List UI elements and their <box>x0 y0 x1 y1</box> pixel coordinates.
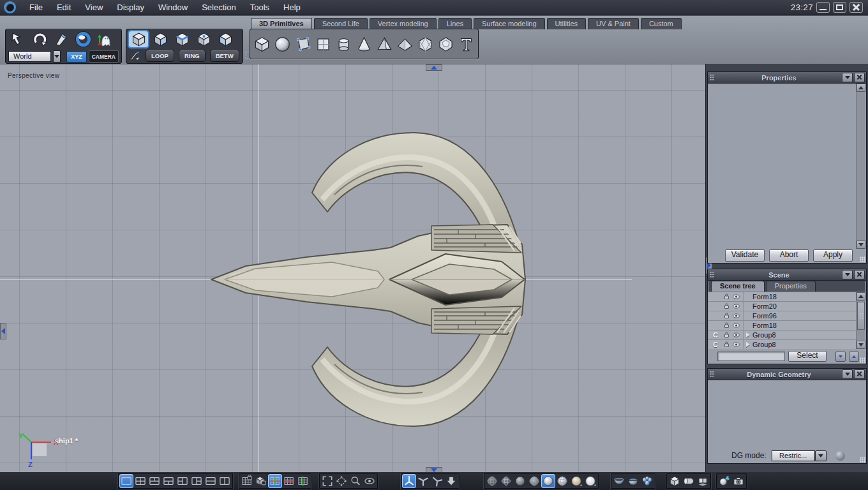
top-view-icon[interactable] <box>444 474 458 488</box>
layout-split-vertical-icon[interactable] <box>218 474 232 488</box>
panel-grip-icon[interactable] <box>710 371 714 378</box>
minimize-icon[interactable] <box>816 2 830 13</box>
lock-icon[interactable] <box>722 302 731 310</box>
apply-button[interactable]: Apply <box>813 249 853 262</box>
camera-icon[interactable] <box>731 474 745 488</box>
arrow-select-tool-icon[interactable] <box>7 30 29 48</box>
panel-grip-icon[interactable] <box>710 271 714 278</box>
scroll-up-icon[interactable] <box>857 292 865 301</box>
collapse-top-icon[interactable] <box>426 64 442 71</box>
layout-two-right-icon[interactable] <box>190 474 204 488</box>
validate-button[interactable]: Validate <box>725 249 765 262</box>
ghost-mode-tool-icon[interactable] <box>94 30 116 48</box>
scene-tree-item[interactable]: Form18 <box>708 292 857 302</box>
zoom-view-icon[interactable] <box>348 474 363 488</box>
menu-display[interactable]: Display <box>110 3 151 12</box>
textured-shading-icon[interactable] <box>583 474 597 488</box>
scroll-down-icon[interactable] <box>857 341 865 349</box>
open-surface-icon[interactable] <box>612 474 626 488</box>
lock-icon[interactable] <box>722 293 731 301</box>
betw-button[interactable]: BETW <box>210 50 239 62</box>
select-face-mode-icon[interactable] <box>149 30 171 48</box>
tab-lines[interactable]: Lines <box>438 18 472 29</box>
expand-caret-icon[interactable] <box>746 342 750 347</box>
pan-view-icon[interactable] <box>334 474 348 488</box>
lock-icon[interactable] <box>722 341 731 348</box>
grid-lock-icon[interactable] <box>240 474 254 488</box>
ship-model[interactable] <box>0 64 705 472</box>
axis-x-view-icon[interactable] <box>416 474 430 488</box>
world-selector[interactable]: World <box>8 51 51 62</box>
flat-shading-icon[interactable] <box>513 474 527 488</box>
collapse-bottom-icon[interactable] <box>426 467 442 472</box>
maximize-icon[interactable] <box>833 2 846 13</box>
ring-button[interactable]: RING <box>179 50 206 62</box>
panel-grip-icon[interactable] <box>710 74 714 81</box>
menu-view[interactable]: View <box>78 3 110 12</box>
grid-x-axis-icon[interactable] <box>282 474 296 488</box>
paint-select-icon[interactable] <box>130 49 141 62</box>
text-primitive-icon[interactable] <box>456 31 476 57</box>
eye-icon[interactable] <box>732 322 741 329</box>
panel-resize-grip[interactable] <box>860 256 865 262</box>
select-edge-mode-icon[interactable] <box>171 30 193 48</box>
properties-scrollbar[interactable] <box>856 84 865 249</box>
menu-selection[interactable]: Selection <box>195 3 243 12</box>
eye-icon[interactable] <box>732 341 741 348</box>
dg-sphere-icon[interactable] <box>835 451 845 461</box>
axis-z-view-icon[interactable] <box>430 474 444 488</box>
panel-collapse-icon[interactable] <box>842 369 853 379</box>
wireframe-shading-icon[interactable] <box>485 474 499 488</box>
scroll-up-icon[interactable] <box>857 84 865 92</box>
orbit-view-icon[interactable] <box>363 474 377 488</box>
axis-y-view-icon[interactable] <box>402 474 416 488</box>
dynamic-geometry-panel-header[interactable]: Dynamic Geometry <box>708 369 866 380</box>
tab-custom[interactable]: Custom <box>641 18 682 29</box>
menu-window[interactable]: Window <box>151 3 195 12</box>
instances-display-icon[interactable] <box>696 474 710 488</box>
tab-surface-modeling[interactable]: Surface modeling <box>474 18 545 29</box>
dodecahedron-primitive-icon[interactable] <box>435 31 456 57</box>
eye-icon[interactable] <box>732 331 741 339</box>
layout-two-left-icon[interactable] <box>176 474 190 488</box>
scene-scrollbar[interactable] <box>856 292 865 349</box>
closed-surface-icon[interactable] <box>626 474 640 488</box>
flat-wire-shading-icon[interactable] <box>527 474 541 488</box>
hidden-line-shading-icon[interactable] <box>499 474 513 488</box>
loop-button[interactable]: LOOP <box>146 50 174 62</box>
sphere-primitive-icon[interactable] <box>272 31 292 57</box>
select-button[interactable]: Select <box>788 351 827 362</box>
tab-utilities[interactable]: Utilities <box>547 18 586 29</box>
smooth-shading-icon[interactable] <box>541 474 555 488</box>
scene-tree-item[interactable]: CGroup8 <box>708 340 857 349</box>
layout-two-top-icon[interactable] <box>147 474 161 488</box>
tab-3d-primitives[interactable]: 3D Primitives <box>251 18 312 29</box>
expand-caret-icon[interactable] <box>746 332 750 338</box>
grid-y-axis-icon[interactable] <box>296 474 310 488</box>
move-up-icon[interactable] <box>849 352 859 362</box>
blade-select-tool-icon[interactable] <box>50 30 72 48</box>
layout-two-bottom-icon[interactable] <box>161 474 176 488</box>
menu-tools[interactable]: Tools <box>243 3 276 12</box>
lock-icon[interactable] <box>722 331 731 339</box>
panel-close-icon[interactable] <box>854 369 865 379</box>
lock-icon[interactable] <box>722 312 731 320</box>
panel-resize-grip[interactable] <box>860 357 865 363</box>
icosahedron-primitive-icon[interactable] <box>415 31 435 57</box>
scroll-down-icon[interactable] <box>857 241 865 249</box>
dg-mode-select[interactable]: Restric... <box>772 450 815 461</box>
tab-scene-properties[interactable]: Properties <box>766 281 816 292</box>
fit-view-icon[interactable] <box>320 474 334 488</box>
move-down-icon[interactable] <box>835 352 846 362</box>
panel-collapse-icon[interactable] <box>842 270 853 279</box>
tab-scene-tree[interactable]: Scene tree <box>711 281 765 292</box>
scene-tree-item[interactable]: Form96 <box>708 311 857 321</box>
panel-resize-grip[interactable] <box>860 457 865 463</box>
eye-icon[interactable] <box>732 293 741 301</box>
panel-collapse-icon[interactable] <box>842 73 853 82</box>
tab-uv-paint[interactable]: UV & Paint <box>588 18 639 29</box>
viewport-3d[interactable]: Perspective view X Y Z ship1 * <box>0 64 705 472</box>
box-display-icon[interactable] <box>668 474 682 488</box>
rotate-tool-icon[interactable] <box>29 30 50 48</box>
tab-second-life[interactable]: Second Life <box>314 18 368 29</box>
